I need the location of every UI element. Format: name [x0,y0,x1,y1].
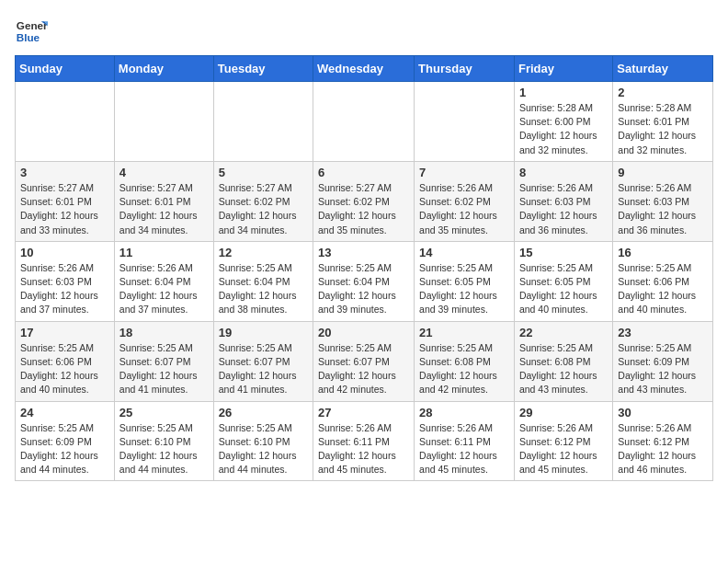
day-info: Sunrise: 5:26 AM Sunset: 6:11 PM Dayligh… [419,421,509,477]
calendar-week-3: 10Sunrise: 5:26 AM Sunset: 6:03 PM Dayli… [16,241,713,321]
calendar-cell: 11Sunrise: 5:26 AM Sunset: 6:04 PM Dayli… [114,241,213,321]
calendar-header-wednesday: Wednesday [313,56,415,82]
calendar-cell: 9Sunrise: 5:26 AM Sunset: 6:03 PM Daylig… [613,161,713,241]
calendar-cell: 22Sunrise: 5:25 AM Sunset: 6:08 PM Dayli… [514,321,612,401]
day-number: 30 [618,406,708,419]
calendar-header-monday: Monday [114,56,213,82]
calendar-table: SundayMondayTuesdayWednesdayThursdayFrid… [15,55,713,481]
day-number: 20 [318,326,409,339]
day-info: Sunrise: 5:25 AM Sunset: 6:10 PM Dayligh… [219,421,308,477]
day-info: Sunrise: 5:26 AM Sunset: 6:04 PM Dayligh… [119,261,209,317]
calendar-cell: 3Sunrise: 5:27 AM Sunset: 6:01 PM Daylig… [16,161,115,241]
day-number: 19 [219,326,308,339]
day-number: 3 [20,166,109,179]
logo: General Blue [15,15,48,48]
calendar-header-tuesday: Tuesday [213,56,313,82]
day-info: Sunrise: 5:25 AM Sunset: 6:07 PM Dayligh… [219,341,308,397]
day-info: Sunrise: 5:25 AM Sunset: 6:06 PM Dayligh… [618,261,708,317]
calendar-week-4: 17Sunrise: 5:25 AM Sunset: 6:06 PM Dayli… [16,321,713,401]
day-info: Sunrise: 5:25 AM Sunset: 6:06 PM Dayligh… [20,341,109,397]
day-info: Sunrise: 5:25 AM Sunset: 6:05 PM Dayligh… [419,261,509,317]
calendar-week-2: 3Sunrise: 5:27 AM Sunset: 6:01 PM Daylig… [16,161,713,241]
calendar-cell: 1Sunrise: 5:28 AM Sunset: 6:00 PM Daylig… [514,82,612,162]
calendar-cell: 10Sunrise: 5:26 AM Sunset: 6:03 PM Dayli… [16,241,115,321]
day-number: 23 [618,326,708,339]
day-info: Sunrise: 5:25 AM Sunset: 6:05 PM Dayligh… [519,261,608,317]
day-number: 18 [119,326,209,339]
day-info: Sunrise: 5:26 AM Sunset: 6:03 PM Dayligh… [618,181,708,237]
day-info: Sunrise: 5:26 AM Sunset: 6:11 PM Dayligh… [318,421,409,477]
day-info: Sunrise: 5:25 AM Sunset: 6:04 PM Dayligh… [318,261,409,317]
day-number: 29 [519,406,608,419]
day-number: 10 [20,246,109,259]
day-info: Sunrise: 5:25 AM Sunset: 6:07 PM Dayligh… [119,341,209,397]
calendar-cell: 13Sunrise: 5:25 AM Sunset: 6:04 PM Dayli… [313,241,415,321]
day-number: 11 [119,246,209,259]
calendar-cell [114,82,213,162]
calendar-week-1: 1Sunrise: 5:28 AM Sunset: 6:00 PM Daylig… [16,82,713,162]
day-number: 7 [419,166,509,179]
calendar-cell: 20Sunrise: 5:25 AM Sunset: 6:07 PM Dayli… [313,321,415,401]
logo-icon: General Blue [15,15,48,48]
page-header: General Blue [15,15,713,48]
calendar-cell: 21Sunrise: 5:25 AM Sunset: 6:08 PM Dayli… [415,321,515,401]
calendar-cell [213,82,313,162]
calendar-cell [313,82,415,162]
calendar-cell: 17Sunrise: 5:25 AM Sunset: 6:06 PM Dayli… [16,321,115,401]
calendar-cell: 12Sunrise: 5:25 AM Sunset: 6:04 PM Dayli… [213,241,313,321]
calendar-cell: 28Sunrise: 5:26 AM Sunset: 6:11 PM Dayli… [415,401,515,481]
day-info: Sunrise: 5:27 AM Sunset: 6:01 PM Dayligh… [119,181,209,237]
svg-text:General: General [17,19,48,31]
calendar-cell [16,82,115,162]
day-number: 12 [219,246,308,259]
day-number: 15 [519,246,608,259]
day-info: Sunrise: 5:28 AM Sunset: 6:00 PM Dayligh… [519,101,608,157]
calendar-header-friday: Friday [514,56,612,82]
calendar-cell: 25Sunrise: 5:25 AM Sunset: 6:10 PM Dayli… [114,401,213,481]
calendar-cell: 15Sunrise: 5:25 AM Sunset: 6:05 PM Dayli… [514,241,612,321]
day-info: Sunrise: 5:28 AM Sunset: 6:01 PM Dayligh… [618,101,708,157]
day-info: Sunrise: 5:25 AM Sunset: 6:04 PM Dayligh… [219,261,308,317]
calendar-cell: 4Sunrise: 5:27 AM Sunset: 6:01 PM Daylig… [114,161,213,241]
day-number: 16 [618,246,708,259]
day-info: Sunrise: 5:27 AM Sunset: 6:02 PM Dayligh… [219,181,308,237]
calendar-cell: 30Sunrise: 5:26 AM Sunset: 6:12 PM Dayli… [613,401,713,481]
day-info: Sunrise: 5:26 AM Sunset: 6:12 PM Dayligh… [618,421,708,477]
day-number: 25 [119,406,209,419]
calendar-cell: 8Sunrise: 5:26 AM Sunset: 6:03 PM Daylig… [514,161,612,241]
calendar-cell: 6Sunrise: 5:27 AM Sunset: 6:02 PM Daylig… [313,161,415,241]
day-number: 6 [318,166,409,179]
day-number: 21 [419,326,509,339]
day-info: Sunrise: 5:26 AM Sunset: 6:02 PM Dayligh… [419,181,509,237]
calendar-cell: 24Sunrise: 5:25 AM Sunset: 6:09 PM Dayli… [16,401,115,481]
calendar-cell: 26Sunrise: 5:25 AM Sunset: 6:10 PM Dayli… [213,401,313,481]
day-info: Sunrise: 5:25 AM Sunset: 6:09 PM Dayligh… [20,421,109,477]
day-number: 17 [20,326,109,339]
svg-text:Blue: Blue [17,31,40,43]
day-number: 27 [318,406,409,419]
day-number: 1 [519,86,608,99]
day-info: Sunrise: 5:27 AM Sunset: 6:02 PM Dayligh… [318,181,409,237]
calendar-header-thursday: Thursday [415,56,515,82]
calendar-header-saturday: Saturday [613,56,713,82]
day-info: Sunrise: 5:27 AM Sunset: 6:01 PM Dayligh… [20,181,109,237]
calendar-cell: 7Sunrise: 5:26 AM Sunset: 6:02 PM Daylig… [415,161,515,241]
calendar-cell: 23Sunrise: 5:25 AM Sunset: 6:09 PM Dayli… [613,321,713,401]
day-number: 22 [519,326,608,339]
day-number: 4 [119,166,209,179]
calendar-header-row: SundayMondayTuesdayWednesdayThursdayFrid… [16,56,713,82]
day-info: Sunrise: 5:26 AM Sunset: 6:12 PM Dayligh… [519,421,608,477]
calendar-body: 1Sunrise: 5:28 AM Sunset: 6:00 PM Daylig… [16,82,713,481]
day-number: 8 [519,166,608,179]
calendar-header-sunday: Sunday [16,56,115,82]
day-info: Sunrise: 5:25 AM Sunset: 6:08 PM Dayligh… [419,341,509,397]
calendar-cell: 2Sunrise: 5:28 AM Sunset: 6:01 PM Daylig… [613,82,713,162]
day-info: Sunrise: 5:26 AM Sunset: 6:03 PM Dayligh… [519,181,608,237]
calendar-week-5: 24Sunrise: 5:25 AM Sunset: 6:09 PM Dayli… [16,401,713,481]
calendar-cell [415,82,515,162]
day-number: 2 [618,86,708,99]
calendar-cell: 5Sunrise: 5:27 AM Sunset: 6:02 PM Daylig… [213,161,313,241]
day-number: 14 [419,246,509,259]
day-info: Sunrise: 5:25 AM Sunset: 6:08 PM Dayligh… [519,341,608,397]
calendar-cell: 14Sunrise: 5:25 AM Sunset: 6:05 PM Dayli… [415,241,515,321]
